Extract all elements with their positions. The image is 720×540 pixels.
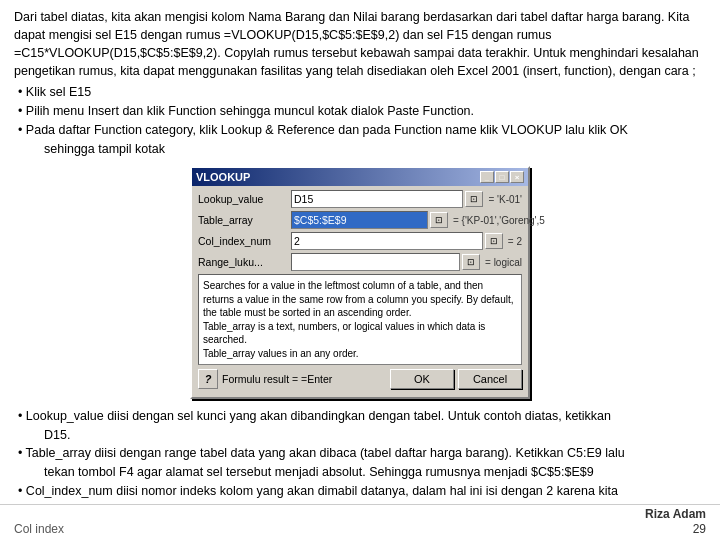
dialog-row-range: Range_luku... ⊡ = logical [198,253,522,271]
vlookup-dialog: VLOOKUP _ □ × Lookup_value ⊡ = 'K-01' [190,166,530,399]
cancel-button[interactable]: Cancel [458,369,522,389]
minimize-button[interactable]: _ [480,171,494,183]
table-array-input[interactable] [291,211,428,229]
col-index-input[interactable] [291,232,483,250]
lookup-value-label: Lookup_value [198,193,288,205]
dialog-title: VLOOKUP [196,171,250,183]
bullet-col: • Col_index_num diisi nomor indeks kolom… [18,482,706,500]
dialog-row-lookup: Lookup_value ⊡ = 'K-01' [198,190,522,208]
dialog-row-table: Table_array ⊡ = {'KP-01','Goreng',5 [198,211,522,229]
range-lookup-input[interactable] [291,253,460,271]
indent-f4: tekan tombol F4 agar alamat sel tersebut… [44,463,706,481]
indent-d15: D15. [44,426,706,444]
maximize-button[interactable]: □ [495,171,509,183]
table-array-result: = {'KP-01','Goreng',5 [453,215,545,226]
dialog-body: Lookup_value ⊡ = 'K-01' Table_array ⊡ = … [192,186,528,397]
table-array-label: Table_array [198,214,288,226]
col-index-footer-label: Col index [14,522,64,536]
table-array-wrap: ⊡ [291,211,448,229]
bullet1: • Klik sel E15 [18,83,706,101]
dialog-description: Searches for a value in the leftmost col… [198,274,522,365]
lookup-value-result: = 'K-01' [488,194,522,205]
col-index-label: Col_index_num [198,235,288,247]
dialog-row-col-index: Col_index_num ⊡ = 2 [198,232,522,250]
titlebar-buttons: _ □ × [480,171,524,183]
help-icon[interactable]: ? [198,369,218,389]
lookup-collapse-btn[interactable]: ⊡ [465,191,483,207]
col-index-result: = 2 [508,236,522,247]
range-lookup-wrap: ⊡ [291,253,480,271]
bottom-text: • Lookup_value diisi dengan sel kunci ya… [0,403,720,503]
author-name: Riza Adam [645,507,706,521]
table-note: Table_array values in an any order. [203,348,359,359]
footer: Col index Riza Adam 29 [0,504,720,540]
dialog-overlay: VLOOKUP _ □ × Lookup_value ⊡ = 'K-01' [0,166,720,399]
indent1: sehingga tampil kotak [44,140,706,158]
lookup-value-wrap: ⊡ [291,190,483,208]
bullet-lookup: • Lookup_value diisi dengan sel kunci ya… [18,407,706,425]
page-number: 29 [693,522,706,536]
page-content: Dari tabel diatas, kita akan mengisi kol… [0,0,720,540]
paragraph1: Dari tabel diatas, kita akan mengisi kol… [14,8,706,81]
formula-result-row: ? Formulu result = =Enter OK Cancel [198,369,522,389]
range-lookup-result: = logical [485,257,522,268]
range-lookup-label: Range_luku... [198,256,288,268]
table-collapse-btn[interactable]: ⊡ [430,212,448,228]
formula-result-text: Formulu result = =Enter [222,373,386,385]
col-index-collapse-btn[interactable]: ⊡ [485,233,503,249]
dialog-buttons: OK Cancel [390,369,522,389]
col-index-wrap: ⊡ [291,232,503,250]
ok-button[interactable]: OK [390,369,454,389]
close-button[interactable]: × [510,171,524,183]
bullet3: • Pada daftar Function category, klik Lo… [18,121,706,139]
footer-col-index: Col index [14,522,64,536]
main-text-top: Dari tabel diatas, kita akan mengisi kol… [0,0,720,162]
description-detail: Table_array is a text, numbers, or logic… [203,321,485,346]
lookup-value-input[interactable] [291,190,463,208]
dialog-titlebar: VLOOKUP _ □ × [192,168,528,186]
bullet-table: • Table_array diisi dengan range tabel d… [18,444,706,462]
description-title: Searches for a value in the leftmost col… [203,280,514,318]
footer-right: Riza Adam 29 [645,507,706,536]
bullet2: • Pilih menu Insert dan klik Function se… [18,102,706,120]
range-collapse-btn[interactable]: ⊡ [462,254,480,270]
